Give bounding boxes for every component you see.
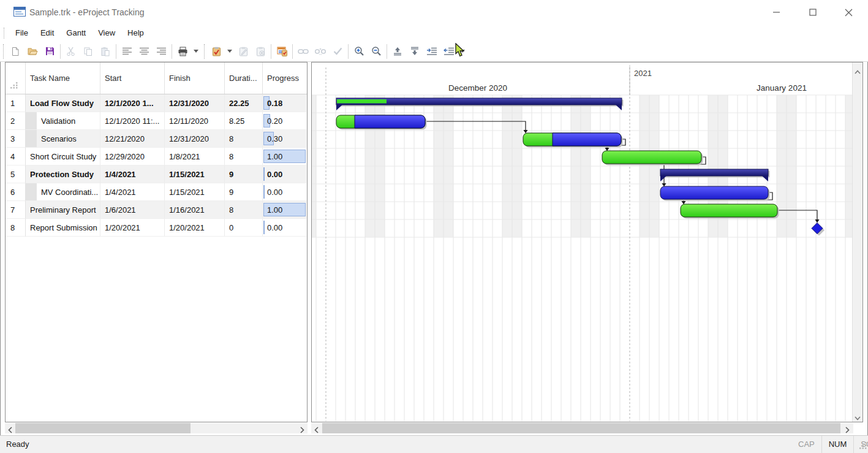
- finish-date-cell[interactable]: 12/11/2020: [165, 112, 225, 130]
- maximize-button[interactable]: [799, 0, 827, 25]
- duration-cell[interactable]: 8.25: [225, 112, 263, 130]
- milestone-bar-row-8[interactable]: [812, 223, 825, 236]
- finish-date-cell[interactable]: 1/16/2021: [165, 201, 225, 219]
- menu-file[interactable]: File: [9, 25, 34, 41]
- unlink-tasks-button[interactable]: [312, 44, 329, 59]
- table-row[interactable]: 5Protection Study1/4/20211/15/202190.00: [6, 166, 307, 183]
- table-corner-grip-icon[interactable]: [6, 63, 26, 94]
- table-scrollbar-thumb[interactable]: [15, 423, 191, 433]
- menu-view[interactable]: View: [92, 25, 121, 41]
- start-date-cell[interactable]: 12/29/2020: [100, 148, 165, 166]
- duration-cell[interactable]: 8: [225, 148, 263, 166]
- align-right-button[interactable]: [153, 44, 170, 59]
- minimize-button[interactable]: [763, 0, 791, 25]
- column-header-progress[interactable]: Progress: [263, 63, 306, 94]
- gantt-chart[interactable]: 2021December 2020January 2021: [312, 63, 852, 422]
- save-button[interactable]: [41, 44, 58, 59]
- row-number-cell[interactable]: 5: [6, 166, 26, 183]
- scroll-left-icon[interactable]: [8, 425, 12, 436]
- cut-button[interactable]: [62, 44, 80, 59]
- scroll-right-icon[interactable]: [300, 425, 304, 436]
- duration-cell[interactable]: 8: [225, 130, 263, 148]
- task-name-cell[interactable]: Load Flow Study: [26, 94, 100, 112]
- task-name-cell[interactable]: MV Coordinati...: [26, 183, 100, 201]
- task-bar-row-7[interactable]: [681, 204, 779, 219]
- duration-cell[interactable]: 0: [225, 219, 263, 237]
- row-number-cell[interactable]: 2: [6, 112, 26, 130]
- close-button[interactable]: [834, 0, 862, 25]
- task-name-cell[interactable]: Scenarios: [26, 130, 100, 148]
- table-row[interactable]: 4Short Circuit Study12/29/20201/8/202181…: [6, 148, 307, 166]
- progress-cell[interactable]: 0.00: [263, 166, 306, 183]
- task-bar-row-2[interactable]: [336, 115, 427, 130]
- align-left-button[interactable]: [118, 44, 135, 59]
- move-task-up-button[interactable]: [389, 44, 406, 59]
- start-date-cell[interactable]: 12/1/2020 1...: [100, 94, 165, 112]
- table-row[interactable]: 7Preliminary Report1/6/20211/16/202181.0…: [6, 201, 307, 219]
- finish-date-cell[interactable]: 12/31/2020: [165, 94, 225, 112]
- scroll-left-icon[interactable]: [314, 425, 319, 436]
- finish-date-cell[interactable]: 1/8/2021: [165, 148, 225, 166]
- zoom-out-button[interactable]: [368, 44, 385, 59]
- copy-button[interactable]: [80, 44, 97, 59]
- link-tasks-button[interactable]: [295, 44, 312, 59]
- progress-cell[interactable]: 1.00: [263, 201, 306, 219]
- paste-button[interactable]: [97, 44, 114, 59]
- task-bar-row-6[interactable]: [660, 186, 770, 201]
- task-bar-row-3[interactable]: [523, 133, 623, 148]
- progress-cell[interactable]: 0.00: [263, 219, 306, 237]
- task-name-cell[interactable]: Validation: [26, 112, 100, 130]
- menu-gantt[interactable]: Gantt: [60, 25, 92, 41]
- table-row[interactable]: 1Load Flow Study12/1/2020 1...12/31/2020…: [6, 94, 307, 112]
- row-number-cell[interactable]: 4: [6, 148, 26, 166]
- finish-date-cell[interactable]: 1/15/2021: [165, 166, 225, 183]
- finish-date-cell[interactable]: 1/15/2021: [165, 183, 225, 201]
- align-center-button[interactable]: [135, 44, 153, 59]
- resize-grip[interactable]: [859, 441, 867, 452]
- table-horizontal-scrollbar[interactable]: [5, 423, 308, 433]
- menu-edit[interactable]: Edit: [34, 25, 60, 41]
- row-number-cell[interactable]: 8: [6, 219, 26, 237]
- move-task-down-button[interactable]: [406, 44, 423, 59]
- gantt-vertical-scrollbar[interactable]: [852, 63, 862, 422]
- task-bar-row-4[interactable]: [602, 151, 703, 166]
- duration-cell[interactable]: 22.25: [225, 94, 263, 112]
- new-document-button[interactable]: [7, 44, 24, 59]
- print-button[interactable]: [174, 44, 191, 59]
- column-header-start[interactable]: Start: [100, 63, 165, 94]
- task-name-cell[interactable]: Preliminary Report: [26, 201, 100, 219]
- indent-task-button[interactable]: [423, 44, 440, 59]
- duration-cell[interactable]: 8: [225, 201, 263, 219]
- zoom-in-button[interactable]: [350, 44, 368, 59]
- scroll-down-icon[interactable]: [855, 412, 861, 423]
- add-task-button[interactable]: [208, 44, 225, 59]
- table-row[interactable]: 8Report Submission1/20/20211/20/202100.0…: [6, 219, 307, 237]
- delete-task-button[interactable]: [252, 44, 269, 59]
- scroll-up-icon[interactable]: [855, 66, 861, 77]
- tracking-view-button[interactable]: [273, 44, 290, 59]
- task-name-cell[interactable]: Short Circuit Study: [26, 148, 100, 166]
- table-row[interactable]: 3Scenarios12/21/202012/31/202080.30: [6, 130, 307, 148]
- table-row[interactable]: 2Validation12/1/2020 11:...12/11/20208.2…: [6, 112, 307, 130]
- progress-cell[interactable]: 0.18: [263, 94, 306, 112]
- progress-cell[interactable]: 0.30: [263, 130, 306, 148]
- start-date-cell[interactable]: 12/1/2020 11:...: [100, 112, 165, 130]
- duration-cell[interactable]: 9: [225, 166, 263, 183]
- row-number-cell[interactable]: 7: [6, 201, 26, 219]
- add-task-dropdown[interactable]: [227, 50, 232, 53]
- row-number-cell[interactable]: 1: [6, 94, 26, 112]
- duration-cell[interactable]: 9: [225, 183, 263, 201]
- task-name-cell[interactable]: Protection Study: [26, 166, 100, 183]
- scroll-right-icon[interactable]: [845, 425, 850, 436]
- progress-cell[interactable]: 0.00: [263, 183, 306, 201]
- start-date-cell[interactable]: 12/21/2020: [100, 130, 165, 148]
- validate-button[interactable]: [329, 44, 346, 59]
- open-file-button[interactable]: [24, 44, 41, 59]
- start-date-cell[interactable]: 1/4/2021: [100, 166, 165, 183]
- menu-help[interactable]: Help: [121, 25, 150, 41]
- column-header-task-name[interactable]: Task Name: [26, 63, 100, 94]
- finish-date-cell[interactable]: 1/20/2021: [165, 219, 225, 237]
- progress-cell[interactable]: 0.20: [263, 112, 306, 130]
- row-number-cell[interactable]: 6: [6, 183, 26, 201]
- start-date-cell[interactable]: 1/4/2021: [100, 183, 165, 201]
